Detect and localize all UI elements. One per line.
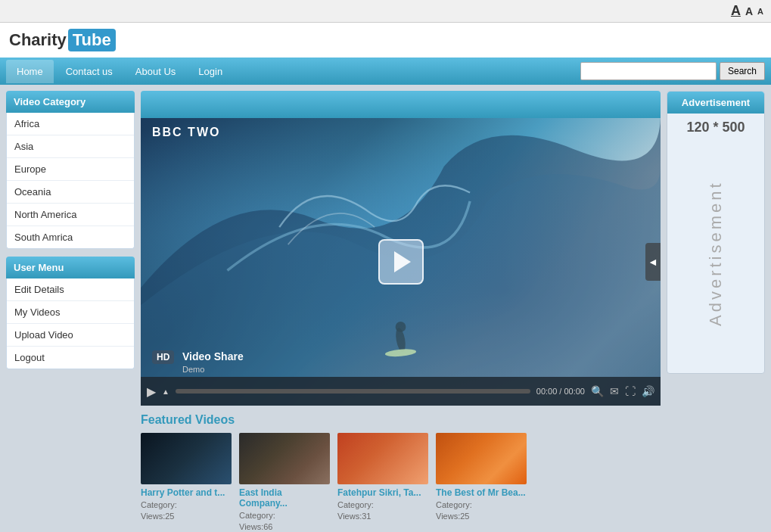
- menu-logout[interactable]: Logout: [7, 347, 134, 369]
- featured-grid: Harry Potter and t... Category: Views:25…: [141, 433, 661, 532]
- category-oceania[interactable]: Oceania: [7, 181, 134, 204]
- featured-item-4[interactable]: The Best of Mr Bea... Category: Views:25: [436, 433, 527, 532]
- category-europe[interactable]: Europe: [7, 158, 134, 181]
- featured-thumb-1: [141, 433, 232, 484]
- featured-thumb-2: [239, 433, 330, 484]
- time-display: 00:00 / 00:00: [536, 387, 585, 396]
- navigation: Home Contact us About Us Login Search: [0, 58, 771, 85]
- featured-item-2[interactable]: East India Company... Category: Views:66: [239, 433, 330, 532]
- play-button[interactable]: [378, 239, 424, 285]
- main-layout: Video Category Africa Asia Europe Oceani…: [0, 85, 771, 532]
- category-south-america[interactable]: South Amrica: [7, 226, 134, 248]
- featured-item-meta-3: Category: Views:31: [337, 499, 428, 523]
- featured-title: Featured Videos: [141, 413, 661, 427]
- video-header-bar: [141, 91, 661, 118]
- right-sidebar: Advertisement 120 * 500 Advertisement: [667, 91, 765, 532]
- logo[interactable]: CharityTube: [9, 29, 116, 51]
- user-menu-label: User Menu: [14, 262, 64, 273]
- center-content: BBC TWO ◄ HD Video Share Demo ▶ ▲ 00:00 …: [141, 91, 661, 532]
- category-asia[interactable]: Asia: [7, 135, 134, 158]
- category-africa[interactable]: Africa: [7, 113, 134, 135]
- svg-point-1: [396, 322, 406, 332]
- advertisement-size: 120 * 500: [670, 120, 761, 135]
- menu-edit-details[interactable]: Edit Details: [7, 278, 134, 301]
- nav-home[interactable]: Home: [6, 60, 54, 83]
- category-list: Africa Asia Europe Oceania North America…: [6, 113, 135, 249]
- play-control-button[interactable]: ▶: [147, 384, 156, 399]
- featured-item-meta-1: Category: Views:25: [141, 499, 232, 523]
- fullscreen-icon[interactable]: ⛶: [625, 385, 636, 397]
- search-area: Search: [580, 58, 765, 85]
- advertisement-text: Advertisement: [706, 140, 726, 367]
- video-demo-label: Demo: [182, 365, 204, 374]
- search-input[interactable]: [580, 62, 717, 80]
- menu-upload-video[interactable]: Upload Video: [7, 324, 134, 347]
- featured-item-meta-2: Category: Views:66: [239, 510, 330, 532]
- collapse-button[interactable]: ◄: [645, 243, 661, 281]
- font-size-medium[interactable]: A: [745, 5, 753, 17]
- category-north-america[interactable]: North America: [7, 204, 134, 226]
- video-player[interactable]: BBC TWO ◄ HD Video Share Demo ▶ ▲ 00:00 …: [141, 118, 661, 406]
- featured-item-title-4: The Best of Mr Bea...: [436, 487, 527, 498]
- progress-bar[interactable]: [176, 389, 530, 394]
- mail-icon[interactable]: ✉: [610, 385, 619, 397]
- header: CharityTube: [0, 23, 771, 58]
- featured-item-1[interactable]: Harry Potter and t... Category: Views:25: [141, 433, 232, 532]
- advertisement-box: Advertisement 120 * 500 Advertisement: [667, 91, 765, 374]
- zoom-icon[interactable]: 🔍: [591, 385, 604, 397]
- search-button[interactable]: Search: [720, 62, 765, 80]
- featured-thumb-4: [436, 433, 527, 484]
- volume-triangle[interactable]: ▲: [162, 387, 169, 396]
- nav-login[interactable]: Login: [188, 60, 233, 83]
- video-controls: ▶ ▲ 00:00 / 00:00 🔍 ✉ ⛶ 🔊: [141, 377, 661, 406]
- featured-item-title-2: East India Company...: [239, 487, 330, 509]
- logo-text1: Charity: [9, 30, 67, 50]
- top-bar: A A A: [0, 0, 771, 23]
- featured-item-3[interactable]: Fatehpur Sikri, Ta... Category: Views:31: [337, 433, 428, 532]
- logo-text2: Tube: [68, 29, 116, 51]
- volume-icon[interactable]: 🔊: [642, 385, 654, 397]
- featured-thumb-3: [337, 433, 428, 484]
- font-size-small[interactable]: A: [757, 7, 763, 16]
- featured-item-meta-4: Category: Views:25: [436, 499, 527, 523]
- font-size-large[interactable]: A: [731, 3, 741, 19]
- video-category-label: Video Category: [14, 96, 85, 107]
- hd-badge: HD: [152, 350, 174, 364]
- menu-my-videos[interactable]: My Videos: [7, 301, 134, 324]
- video-category-header: Video Category: [6, 91, 135, 113]
- advertisement-header: Advertisement: [667, 92, 764, 114]
- featured-section: Featured Videos Harry Potter and t... Ca…: [141, 413, 661, 532]
- bbc-logo: BBC TWO: [152, 126, 220, 139]
- featured-item-title-1: Harry Potter and t...: [141, 487, 232, 498]
- featured-item-title-3: Fatehpur Sikri, Ta...: [337, 487, 428, 498]
- sidebar: Video Category Africa Asia Europe Oceani…: [6, 91, 135, 532]
- user-menu-list: Edit Details My Videos Upload Video Logo…: [6, 278, 135, 369]
- video-share-label: Video Share: [182, 350, 244, 362]
- nav-about[interactable]: About Us: [125, 60, 186, 83]
- user-menu-header: User Menu: [6, 257, 135, 278]
- nav-contact[interactable]: Contact us: [55, 60, 123, 83]
